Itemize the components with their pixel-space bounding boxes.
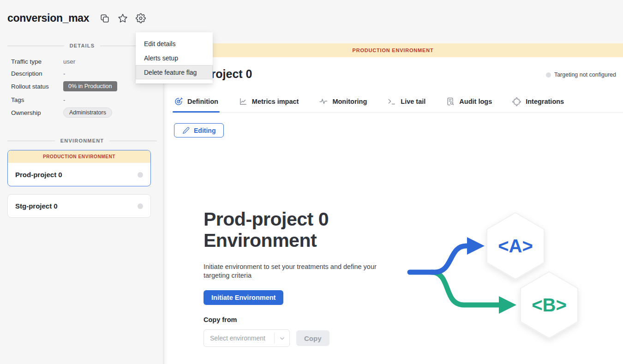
- detail-label: Traffic type: [11, 58, 63, 65]
- tab-definition[interactable]: Definition: [174, 97, 218, 106]
- chart-line-icon: [239, 97, 248, 106]
- tab-metrics-impact[interactable]: Metrics impact: [239, 97, 299, 106]
- puzzle-icon: [512, 97, 521, 106]
- targeting-status-dot: [546, 72, 551, 78]
- detail-value: user: [63, 58, 75, 65]
- details-section-header: DETAILS: [7, 43, 157, 48]
- variant-b-label: <B>: [532, 295, 567, 315]
- tab-audit-logs[interactable]: Audit logs: [446, 97, 492, 106]
- divider: [7, 141, 55, 141]
- ab-split-illustration: <A> <B>: [406, 207, 591, 345]
- editing-button-label: Editing: [194, 127, 216, 134]
- status-dot: [138, 203, 143, 209]
- variant-a-label: <A>: [498, 236, 533, 256]
- detail-label: Description: [11, 70, 63, 77]
- environment-card-stg[interactable]: Stg-project 0: [7, 194, 151, 218]
- chevron-down-icon: [274, 333, 289, 344]
- tab-integrations[interactable]: Integrations: [512, 97, 564, 106]
- detail-value: -: [63, 70, 66, 77]
- environment-name: Stg-project 0: [15, 202, 58, 210]
- tab-live-tail[interactable]: Live tail: [387, 97, 425, 106]
- tab-label: Audit logs: [459, 98, 492, 105]
- divider: [109, 141, 157, 141]
- tab-label: Live tail: [401, 98, 425, 105]
- details-title: DETAILS: [70, 43, 95, 48]
- environment-select[interactable]: Select environment: [204, 329, 290, 347]
- divider: [7, 46, 64, 46]
- tab-bar: Definition Metrics impact Monitoring: [174, 97, 623, 113]
- star-icon[interactable]: [118, 13, 128, 24]
- pulse-icon: [319, 97, 328, 106]
- tab-label: Metrics impact: [252, 98, 299, 105]
- menu-item-edit-details[interactable]: Edit details: [136, 36, 213, 51]
- environment-select-placeholder: Select environment: [204, 334, 265, 342]
- gear-icon[interactable]: [136, 13, 146, 24]
- settings-dropdown-menu: Edit details Alerts setup Delete feature…: [136, 32, 213, 84]
- pencil-icon: [182, 126, 190, 134]
- detail-row-traffic-type: Traffic type user: [11, 58, 75, 65]
- environment-card-prod[interactable]: PRODUCTION ENVIRONMENT Prod-project 0: [7, 150, 151, 186]
- menu-item-delete-feature-flag[interactable]: Delete feature flag: [136, 65, 213, 79]
- detail-row-rollout-status: Rollout status 0% in Production: [11, 81, 117, 91]
- green-branch-arrow: [431, 272, 500, 305]
- tab-label: Integrations: [526, 98, 564, 105]
- detail-row-description: Description -: [11, 70, 66, 77]
- targeting-status-label: Targeting not configured: [554, 72, 616, 78]
- environment-title: ENVIRONMENT: [60, 138, 104, 143]
- copy-button[interactable]: Copy: [296, 330, 329, 346]
- production-environment-banner: PRODUCTION ENVIRONMENT: [163, 43, 623, 57]
- environment-section-header: ENVIRONMENT: [7, 138, 157, 143]
- blue-arrowhead: [467, 237, 485, 255]
- copy-icon[interactable]: [100, 13, 110, 24]
- editing-button[interactable]: Editing: [174, 123, 224, 137]
- blue-branch-arrow: [410, 246, 468, 272]
- status-dot: [138, 172, 143, 178]
- copy-from-controls: Select environment Copy: [204, 329, 329, 347]
- ownership-badge[interactable]: Administrators: [63, 107, 112, 118]
- green-arrowhead: [499, 296, 516, 314]
- detail-label: Ownership: [11, 109, 63, 116]
- detail-label: Tags: [11, 96, 63, 103]
- detail-label: Rollout status: [11, 83, 63, 90]
- copy-from-label: Copy from: [204, 316, 237, 323]
- detail-row-tags: Tags -: [11, 96, 66, 103]
- main-panel: PRODUCTION ENVIRONMENT Prod-project 0 Ta…: [163, 0, 623, 364]
- menu-item-alerts-setup[interactable]: Alerts setup: [136, 51, 213, 65]
- document-search-icon: [446, 97, 455, 106]
- rollout-status-badge: 0% in Production: [63, 81, 117, 91]
- feature-flag-page: conversion_max DETAILS: [0, 0, 623, 364]
- environment-name: Prod-project 0: [15, 171, 62, 179]
- detail-value: -: [63, 96, 66, 103]
- tab-monitoring[interactable]: Monitoring: [319, 97, 367, 106]
- environment-heading: Prod-project 0 Environment: [204, 209, 365, 251]
- tab-label: Monitoring: [332, 98, 367, 105]
- tab-label: Definition: [187, 98, 218, 105]
- flag-header: conversion_max: [7, 12, 146, 24]
- production-environment-banner: PRODUCTION ENVIRONMENT: [8, 150, 150, 163]
- environment-description: Initiate environment to set your treatme…: [204, 263, 377, 280]
- environment-card-row: Stg-project 0: [8, 195, 150, 217]
- terminal-icon: [387, 97, 396, 106]
- target-icon: [174, 97, 183, 106]
- initiate-environment-button[interactable]: Initiate Environment: [204, 290, 283, 305]
- flag-name: conversion_max: [7, 12, 89, 24]
- detail-row-ownership: Ownership Administrators: [11, 107, 112, 118]
- targeting-status: Targeting not configured: [546, 72, 616, 78]
- environment-card-row: Prod-project 0: [8, 163, 150, 186]
